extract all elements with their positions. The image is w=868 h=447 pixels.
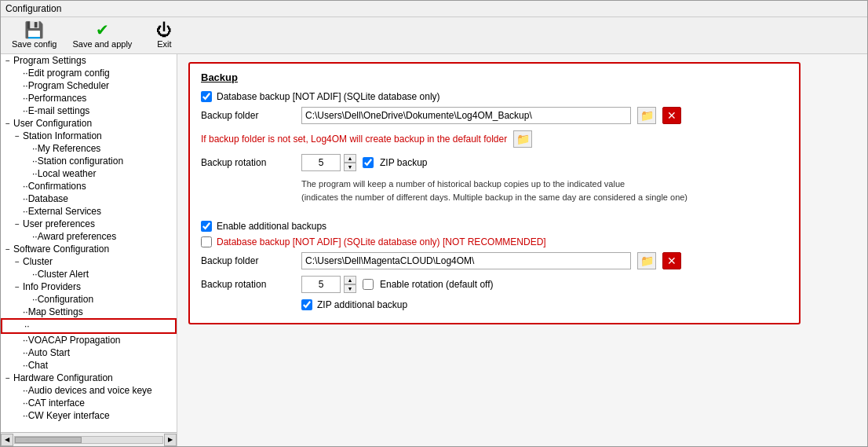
sidebar-item-chat[interactable]: ·· Chat (1, 359, 177, 372)
sidebar-item-auto-start[interactable]: ·· Auto Start (1, 346, 177, 359)
sidebar-label-program-settings: Program Settings (13, 55, 86, 66)
tree-dash-cat-interface: ·· (23, 398, 28, 409)
sidebar-label-info-providers: Info Providers (23, 281, 81, 292)
secondary-backup-folder-delete-button[interactable]: ✕ (662, 252, 681, 269)
sidebar-item-program-scheduler[interactable]: ·· Program Scheduler (1, 79, 177, 92)
sidebar-item-user-configuration[interactable]: −User Configuration (1, 117, 177, 130)
tree-expand-icon-program-settings: − (4, 57, 12, 65)
secondary-spinner-up-button[interactable]: ▲ (344, 276, 356, 284)
hscroll-thumb[interactable] (15, 437, 82, 443)
sidebar-label-program-scheduler: Program Scheduler (28, 80, 109, 91)
zip-additional-checkbox[interactable] (301, 299, 312, 310)
sidebar-item-edit-program-config[interactable]: ·· Edit program config (1, 67, 177, 79)
spinner-down-button[interactable]: ▼ (344, 163, 356, 171)
sidebar-item-email-settings[interactable]: ·· E-mail settings (1, 104, 177, 117)
sidebar-item-user-preferences[interactable]: −User preferences (1, 218, 177, 230)
exit-button[interactable]: ⏻ Exit (144, 20, 184, 50)
secondary-spinner-down-button[interactable]: ▼ (344, 284, 356, 293)
tree-dash-database: ·· (23, 193, 28, 204)
sidebar-label-performances: Performances (28, 93, 87, 104)
sidebar-label-user-preferences: User preferences (23, 218, 95, 229)
tree-dash-edit-program-config: ·· (23, 68, 28, 79)
sidebar-item-hardware-configuration[interactable]: −Hardware Configuration (1, 372, 177, 384)
sidebar-item-backup[interactable]: ·· Backup (1, 318, 177, 334)
tree-dash-external-services: ·· (23, 206, 28, 217)
sidebar-item-station-configuration[interactable]: ·· Station configuration (1, 155, 177, 167)
enable-rotation-checkbox[interactable] (363, 279, 374, 290)
secondary-backup-folder-label: Backup folder (201, 255, 295, 266)
secondary-backup-rotation-row: Backup rotation ▲ ▼ Enable rotation (def… (201, 276, 788, 293)
db-backup-checkbox[interactable] (201, 91, 212, 102)
sidebar-item-award-preferences[interactable]: ·· Award preferences (1, 230, 177, 243)
hscroll-left-arrow[interactable]: ◀ (1, 434, 13, 446)
sidebar-label-local-weather: Local weather (38, 168, 97, 179)
save-apply-button[interactable]: ✔ Save and apply (69, 20, 135, 50)
sidebar[interactable]: −Program Settings·· Edit program config·… (1, 54, 177, 432)
backup-folder-delete-button[interactable]: ✕ (662, 107, 681, 124)
tree-dash-chat: ·· (23, 360, 28, 371)
sidebar-item-info-providers[interactable]: −Info Providers (1, 280, 177, 293)
sidebar-item-external-services[interactable]: ·· External Services (1, 205, 177, 218)
tree-expand-icon-station-information: − (13, 132, 21, 141)
sidebar-item-software-configuration[interactable]: −Software Configuration (1, 243, 177, 255)
tree-expand-icon-info-providers: − (13, 283, 21, 291)
sidebar-item-database[interactable]: ·· Database (1, 192, 177, 205)
tree-dash-local-weather: ·· (32, 168, 38, 179)
sidebar-item-performances[interactable]: ·· Performances (1, 92, 177, 104)
save-config-button[interactable]: 💾 Save config (9, 20, 60, 50)
tree-dash-program-scheduler: ·· (23, 80, 28, 91)
secondary-backup-folder-input[interactable] (301, 252, 631, 269)
main-content: −Program Settings·· Edit program config·… (1, 54, 867, 446)
backup-folder-label: Backup folder (201, 110, 295, 121)
secondary-backup-rotation-input[interactable] (301, 276, 341, 293)
sidebar-item-map-settings[interactable]: ·· Map Settings (1, 306, 177, 318)
secondary-backup-rotation-label: Backup rotation (201, 279, 295, 290)
tree-dash-configuration: ·· (32, 294, 38, 305)
sidebar-item-cluster-alert[interactable]: ·· Cluster Alert (1, 268, 177, 280)
right-panel: Backup Database backup [NOT ADIF] (SQLit… (177, 54, 867, 446)
sidebar-label-confirmations: Confirmations (28, 181, 86, 192)
spinner-up-button[interactable]: ▲ (344, 154, 356, 163)
secondary-backup-folder-browse-button[interactable]: 📁 (637, 252, 656, 269)
sidebar-item-cat-interface[interactable]: ·· CAT interface (1, 397, 177, 409)
backup-rotation-input[interactable] (301, 154, 341, 171)
title-bar: Configuration (1, 1, 867, 17)
sidebar-label-cluster: Cluster (23, 256, 53, 267)
zip-backup-checkbox[interactable] (363, 157, 374, 168)
hscroll-track[interactable] (14, 436, 163, 444)
sidebar-item-my-references[interactable]: ·· My References (1, 142, 177, 155)
enable-additional-row: Enable additional backups (201, 221, 788, 232)
backup-warning: If backup folder is not set, Log4OM will… (201, 130, 788, 148)
hscroll-right-arrow[interactable]: ▶ (164, 434, 177, 446)
db-backup-red-checkbox[interactable] (201, 236, 212, 247)
backup-folder-input[interactable] (301, 107, 631, 124)
sidebar-item-audio-devices[interactable]: ·· Audio devices and voice keye (1, 384, 177, 397)
zip-additional-row: ZIP additional backup (301, 299, 788, 310)
tree-dash-cluster-alert: ·· (32, 269, 38, 280)
tree-dash-backup: ·· (24, 321, 30, 332)
sidebar-item-voacap-propagation[interactable]: ·· VOACAP Propagation (1, 334, 177, 346)
backup-folder-browse-button[interactable]: 📁 (637, 107, 656, 124)
sidebar-wrapper: −Program Settings·· Edit program config·… (1, 54, 177, 446)
sidebar-label-external-services: External Services (28, 206, 101, 217)
sidebar-label-database: Database (28, 193, 68, 204)
sidebar-label-award-preferences: Award preferences (38, 231, 117, 242)
backup-section-title: Backup (201, 71, 238, 83)
sidebar-item-station-information[interactable]: −Station Information (1, 130, 177, 142)
sidebar-item-program-settings[interactable]: −Program Settings (1, 54, 177, 67)
backup-rotation-label: Backup rotation (201, 157, 295, 168)
sidebar-item-cw-keyer[interactable]: ·· CW Keyer interface (1, 409, 177, 422)
backup-default-folder-button[interactable]: 📁 (513, 130, 532, 148)
sidebar-label-edit-program-config: Edit program config (28, 68, 110, 79)
sidebar-item-confirmations[interactable]: ·· Confirmations (1, 180, 177, 192)
sidebar-horizontal-scrollbar[interactable]: ◀ ▶ (1, 432, 177, 446)
sidebar-label-software-configuration: Software Configuration (13, 244, 109, 255)
enable-additional-checkbox[interactable] (201, 221, 212, 232)
sidebar-item-configuration[interactable]: ·· Configuration (1, 293, 177, 306)
backup-warning-text: If backup folder is not set, Log4OM will… (201, 134, 507, 145)
tree-dash-cw-keyer: ·· (23, 410, 28, 421)
sidebar-item-local-weather[interactable]: ·· Local weather (1, 167, 177, 180)
tree-dash-email-settings: ·· (23, 105, 28, 116)
tree-dash-performances: ·· (23, 93, 28, 104)
sidebar-item-cluster[interactable]: −Cluster (1, 255, 177, 268)
